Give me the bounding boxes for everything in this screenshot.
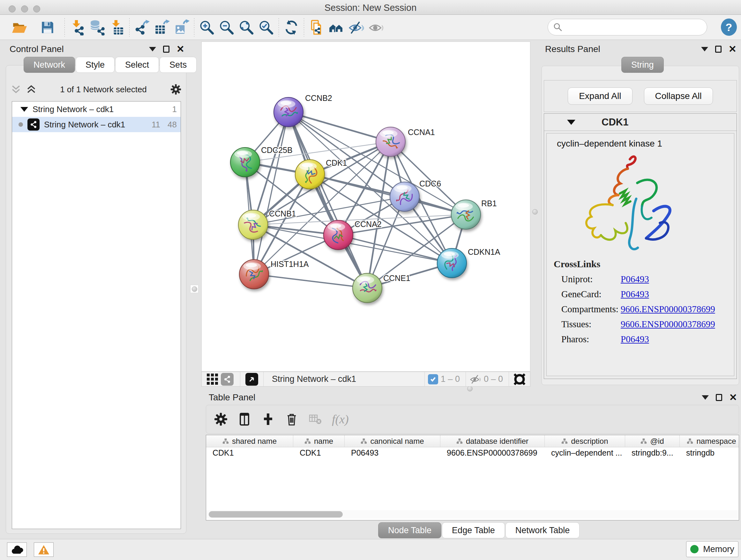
table-cell[interactable]: stringdb bbox=[680, 447, 739, 459]
collapse-all-button[interactable]: Collapse All bbox=[644, 87, 713, 105]
gene-header-row[interactable]: CDK1 bbox=[544, 114, 737, 131]
network-node-rb1[interactable] bbox=[451, 200, 481, 229]
hscrollbar-thumb[interactable] bbox=[209, 511, 343, 517]
results-close-icon[interactable]: ✕ bbox=[729, 46, 737, 52]
network-node-ccnb1[interactable] bbox=[239, 210, 268, 240]
export-table-button[interactable] bbox=[152, 17, 172, 37]
table-menu-icon[interactable] bbox=[702, 395, 709, 400]
tab-select[interactable]: Select bbox=[115, 57, 159, 73]
search-input[interactable] bbox=[562, 22, 707, 32]
network-node-ccnb2[interactable] bbox=[274, 98, 303, 127]
table-settings-gear-icon[interactable] bbox=[214, 412, 228, 426]
column-header-namespace[interactable]: namespace bbox=[680, 435, 739, 447]
network-view-icon[interactable] bbox=[221, 373, 233, 386]
results-float-icon[interactable] bbox=[715, 46, 722, 53]
tab-network-table[interactable]: Network Table bbox=[506, 522, 580, 538]
table-hscrollbar[interactable] bbox=[206, 510, 739, 518]
tree-expander-icon[interactable] bbox=[20, 107, 28, 112]
network-row[interactable]: String Network – cdk1 11 48 bbox=[12, 117, 181, 132]
network-canvas[interactable]: CCNB2CCNA1CDC25BCDK1CDC6RB1CCNB1CCNA2CDK… bbox=[201, 42, 530, 372]
zoom-selected-button[interactable] bbox=[256, 17, 276, 37]
network-edge[interactable] bbox=[254, 274, 367, 288]
import-table-button[interactable] bbox=[107, 17, 127, 37]
table-cell[interactable]: CDK1 bbox=[293, 447, 345, 459]
detach-view-icon[interactable] bbox=[246, 373, 258, 386]
crosslink-link[interactable]: P06493 bbox=[621, 289, 649, 300]
delete-column-trash-icon[interactable] bbox=[285, 412, 299, 426]
import-network-from-database-button[interactable] bbox=[87, 17, 107, 37]
network-collection-row[interactable]: String Network – cdk1 1 bbox=[12, 102, 181, 117]
table-cell[interactable]: P06493 bbox=[345, 447, 441, 459]
table-cell[interactable]: cyclin–dependent ... bbox=[545, 447, 625, 459]
column-header-description[interactable]: description bbox=[545, 435, 625, 447]
network-edge[interactable] bbox=[254, 142, 391, 274]
home-view-button[interactable] bbox=[327, 17, 346, 37]
zoom-in-button[interactable] bbox=[197, 17, 217, 37]
export-image-button[interactable] bbox=[172, 17, 192, 37]
network-node-ccna2[interactable] bbox=[324, 220, 353, 250]
network-node-ccna1[interactable] bbox=[376, 127, 405, 157]
zoom-fit-button[interactable] bbox=[237, 17, 256, 37]
table-cell[interactable]: 9606.ENSP00000378699 bbox=[441, 447, 545, 459]
network-node-hist1h1a[interactable] bbox=[239, 260, 269, 289]
network-edge[interactable] bbox=[254, 112, 288, 274]
fit-selected-crosshair-icon[interactable] bbox=[512, 372, 527, 387]
table-float-icon[interactable] bbox=[716, 394, 722, 401]
expand-all-button[interactable]: Expand All bbox=[568, 87, 632, 105]
clone-network-button[interactable] bbox=[307, 17, 327, 37]
export-network-button[interactable] bbox=[132, 17, 152, 37]
crosslink-link[interactable]: 9606.ENSP00000378699 bbox=[621, 319, 715, 329]
table-cell[interactable]: CDK1 bbox=[206, 447, 293, 459]
hide-selected-button[interactable] bbox=[346, 17, 366, 37]
network-node-cdc25b[interactable] bbox=[230, 147, 260, 177]
table-row[interactable]: CDK1CDK1P064939606.ENSP00000378699cyclin… bbox=[206, 447, 739, 459]
expand-all-chevron-icon[interactable] bbox=[26, 84, 37, 94]
right-splitter-handle[interactable] bbox=[532, 209, 538, 214]
show-all-button[interactable] bbox=[366, 17, 386, 37]
table-cell[interactable]: stringdb:9... bbox=[625, 447, 680, 459]
crosslink-link[interactable]: 9606.ENSP00000378699 bbox=[621, 304, 715, 314]
import-network-button[interactable] bbox=[67, 17, 87, 37]
save-session-button[interactable] bbox=[38, 17, 57, 37]
results-menu-icon[interactable] bbox=[701, 47, 708, 51]
tab-node-table[interactable]: Node Table bbox=[378, 522, 441, 538]
network-svg[interactable]: CCNB2CCNA1CDC25BCDK1CDC6RB1CCNB1CCNA2CDK… bbox=[202, 42, 530, 371]
add-column-icon[interactable] bbox=[261, 412, 275, 426]
panel-close-icon[interactable]: ✕ bbox=[177, 46, 185, 52]
refresh-layout-button[interactable] bbox=[281, 17, 301, 37]
cloud-button[interactable] bbox=[7, 543, 27, 557]
warnings-button[interactable] bbox=[34, 543, 54, 557]
selected-nodes-checkbox[interactable] bbox=[428, 374, 438, 384]
network-node-ccne1[interactable] bbox=[353, 273, 382, 303]
search-field[interactable] bbox=[548, 19, 707, 36]
column-header-canonicalname[interactable]: canonical name bbox=[345, 435, 441, 447]
left-splitter-handle[interactable] bbox=[190, 285, 199, 293]
help-button[interactable]: ? bbox=[721, 18, 737, 36]
show-columns-icon[interactable] bbox=[238, 412, 252, 426]
tab-style[interactable]: Style bbox=[76, 57, 115, 73]
zoom-out-button[interactable] bbox=[217, 17, 237, 37]
memory-button[interactable]: Memory bbox=[686, 541, 738, 557]
gear-icon[interactable] bbox=[170, 84, 182, 95]
gene-expander-icon[interactable] bbox=[567, 120, 576, 125]
tab-sets[interactable]: Sets bbox=[159, 57, 197, 73]
crosslink-link[interactable]: P06493 bbox=[621, 334, 649, 345]
collapse-all-chevron-icon[interactable] bbox=[10, 84, 21, 94]
network-node-cdc6[interactable] bbox=[390, 182, 419, 211]
column-header-name[interactable]: name bbox=[293, 435, 345, 447]
crosslink-link[interactable]: P06493 bbox=[621, 274, 649, 285]
network-node-cdkn1a[interactable] bbox=[437, 248, 467, 278]
tab-edge-table[interactable]: Edge Table bbox=[442, 522, 505, 538]
panel-menu-icon[interactable] bbox=[149, 47, 156, 51]
tab-network[interactable]: Network bbox=[23, 57, 75, 73]
grid-view-icon[interactable] bbox=[206, 373, 219, 386]
network-node-cdk1[interactable] bbox=[295, 160, 325, 189]
network-edge[interactable] bbox=[288, 112, 391, 142]
column-header-id[interactable]: @id bbox=[625, 435, 680, 447]
tab-string[interactable]: String bbox=[621, 57, 664, 73]
open-session-button[interactable] bbox=[10, 17, 29, 37]
table-close-icon[interactable]: ✕ bbox=[729, 394, 737, 401]
column-header-databaseidentifier[interactable]: database identifier bbox=[441, 435, 545, 447]
panel-float-icon[interactable] bbox=[163, 46, 170, 53]
clear-table-icon[interactable] bbox=[308, 412, 322, 426]
